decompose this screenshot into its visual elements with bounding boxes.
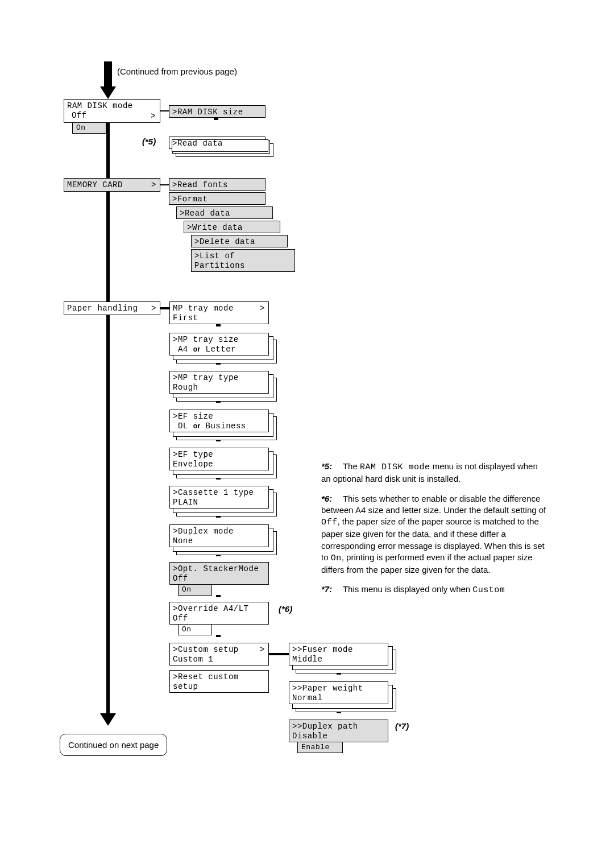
value: Off	[67, 111, 87, 120]
mp-tray-size-box: >MP tray size A4 or Letter	[169, 333, 269, 356]
opt-stacker-box: >Opt. StackerMode Off	[169, 562, 269, 585]
footnote-ref-5: (*5)	[142, 137, 156, 146]
duplex-mode-box: >Duplex mode None	[169, 524, 269, 547]
stacker-on-option: On	[178, 585, 212, 596]
override-box: >Override A4/LT Off	[169, 602, 269, 625]
connector	[160, 184, 169, 185]
chevron-right-icon: >	[151, 180, 156, 190]
cassette-type-box: >Cassette 1 type PLAIN	[169, 486, 269, 509]
duplex-path-box: >>Duplex path Disable	[289, 720, 388, 742]
duplex-enable-option: Enable	[297, 742, 343, 753]
footnote-ref-6: (*6)	[279, 604, 292, 614]
ef-size-box: >EF size DL or Business	[169, 410, 269, 432]
reset-custom-box: >Reset custom setup	[169, 670, 269, 693]
chevron-down-icon	[100, 86, 116, 99]
memory-card-box: MEMORY CARD >	[64, 178, 160, 192]
chevron-right-icon: >	[260, 304, 265, 313]
arrow-shaft-top	[104, 61, 112, 86]
fuser-mode-box: >>Fuser mode Middle	[289, 643, 388, 666]
paper-handling-box: Paper handling >	[64, 301, 160, 315]
delete-data-box: >Delete data	[191, 235, 288, 247]
ef-type-box: >EF type Envelope	[169, 448, 269, 470]
footnote-ref-7: (*7)	[395, 721, 409, 731]
list-partitions-box: >List of Partitions	[191, 249, 295, 272]
format-box: >Format	[169, 192, 265, 205]
connector	[160, 307, 169, 309]
footnote-5: *5: The RAM DISK mode menu is not displa…	[321, 461, 549, 485]
label: RAM DISK mode	[67, 101, 133, 110]
read-fonts-box: >Read fonts	[169, 178, 265, 191]
override-on-option: On	[178, 625, 212, 635]
connector	[269, 653, 289, 655]
connector	[214, 118, 218, 120]
chevron-right-icon: >	[151, 111, 155, 121]
footnotes-block: *5: The RAM DISK mode menu is not displa…	[321, 461, 549, 605]
ram-disk-mode-box: RAM DISK mode Off	[64, 99, 160, 123]
mp-tray-type-box: >MP tray type Rough	[169, 371, 269, 394]
write-data-box: >Write data	[184, 221, 280, 233]
footnote-6: *6: This sets whether to enable or disab…	[321, 493, 549, 576]
read-data-box: >Read data	[176, 206, 273, 219]
connector	[216, 635, 221, 637]
ram-disk-on-option: On	[72, 123, 106, 134]
footnote-7: *7: This menu is displayed only when Cus…	[321, 584, 549, 596]
continued-next-box: Continued on next page	[60, 734, 167, 756]
read-data-box: >Read data	[169, 137, 265, 149]
custom-setup-box: >Custom setup > Custom 1	[169, 643, 269, 666]
connector	[216, 324, 221, 326]
chevron-right-icon: >	[260, 645, 265, 655]
continued-from-label: (Continued from previous page)	[117, 67, 237, 76]
connector	[216, 595, 221, 597]
paper-weight-box: >>Paper weight Normal	[289, 681, 388, 704]
mp-tray-mode-box: MP tray mode > First	[169, 301, 269, 324]
ram-disk-size-box: >RAM DISK size	[169, 105, 265, 118]
connector	[160, 110, 169, 111]
chevron-down-icon	[100, 713, 116, 726]
chevron-right-icon: >	[151, 304, 156, 313]
